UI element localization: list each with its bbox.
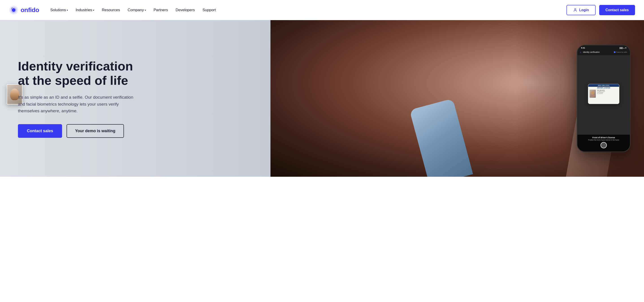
svg-point-4 [12, 8, 12, 9]
contact-sales-hero-label: Contact sales [27, 129, 53, 133]
nav-link-partners[interactable]: Partners [150, 6, 171, 14]
id-card-face-svg [590, 91, 595, 97]
nav-item-industries[interactable]: Industries ▾ [72, 6, 97, 14]
id-card-preview: NEW YORK STATE DRIVER LICENSE [588, 84, 619, 104]
id-card-header: NEW YORK STATE [588, 84, 619, 87]
navbar: onfido Solutions ▾ Industries ▾ Resource… [0, 0, 644, 20]
phone-time: 9:41 [581, 47, 585, 49]
nav-solutions-label: Solutions [50, 8, 66, 12]
nav-support-label: Support [202, 8, 216, 12]
nav-link-support[interactable]: Support [199, 6, 219, 14]
wifi-icon: ▲ [623, 47, 625, 49]
nav-right: Login Contact sales [566, 5, 635, 15]
hero-content: Identity verification at the speed of li… [0, 41, 152, 156]
hero-buttons: Contact sales Your demo is waiting [18, 124, 134, 138]
nav-industries-label: Industries [76, 8, 92, 12]
phone-header-title: Identity verification [583, 51, 600, 53]
logo[interactable]: onfido [9, 5, 39, 15]
demo-button[interactable]: Your demo is waiting [66, 124, 124, 138]
phone-capture-button[interactable] [600, 142, 607, 148]
phone-back-button[interactable]: ‹ [580, 50, 581, 54]
nav-left: onfido Solutions ▾ Industries ▾ Resource… [9, 5, 219, 15]
id-card-name: DOE JANE SMITH [597, 90, 618, 91]
user-icon [573, 8, 577, 12]
svg-point-7 [591, 91, 594, 95]
chevron-down-icon: ▾ [145, 9, 146, 11]
nav-resources-label: Resources [102, 8, 120, 12]
hero-title-line1: Identity verification [18, 59, 133, 73]
nav-link-company[interactable]: Company ▾ [124, 6, 149, 14]
id-card-photo [590, 90, 596, 98]
phone-onfido-logo [614, 51, 616, 53]
login-button[interactable]: Login [566, 5, 596, 15]
hero-section: 9:41 ▐▐▐ ▲ ▮ ‹ Identity verification Pow… [0, 20, 644, 177]
phone-header: ‹ Identity verification Powered by onfid… [578, 49, 630, 55]
login-label: Login [579, 8, 589, 12]
phone-onfido-badge: Powered by onfido [614, 51, 627, 53]
hero-title: Identity verification at the speed of li… [18, 59, 134, 88]
nav-item-partners[interactable]: Partners [150, 6, 171, 14]
nav-link-solutions[interactable]: Solutions ▾ [47, 6, 71, 14]
id-state-header: NEW YORK STATE [598, 85, 609, 86]
contact-sales-hero-button[interactable]: Contact sales [18, 124, 62, 138]
nav-partners-label: Partners [154, 8, 168, 12]
nav-developers-label: Developers [176, 8, 195, 12]
nav-item-developers[interactable]: Developers [172, 6, 198, 14]
logo-text: onfido [20, 6, 39, 14]
phone-status-icons: ▐▐▐ ▲ ▮ [619, 47, 626, 49]
phone-document-type: Front of driver's license [580, 137, 628, 139]
svg-point-5 [574, 8, 576, 10]
battery-icon: ▮ [626, 47, 626, 49]
chevron-down-icon: ▾ [93, 9, 94, 11]
demo-button-label: Your demo is waiting [75, 129, 116, 133]
onfido-logo-icon [9, 5, 18, 15]
phone-bottom-label: Front of driver's license Position the f… [578, 135, 630, 151]
svg-point-8 [590, 94, 595, 97]
nav-link-industries[interactable]: Industries ▾ [72, 6, 97, 14]
signal-icon: ▐▐▐ [619, 47, 622, 49]
phone-status-bar: 9:41 ▐▐▐ ▲ ▮ [578, 45, 630, 49]
nav-links: Solutions ▾ Industries ▾ Resources Compa… [47, 6, 219, 14]
contact-sales-nav-button[interactable]: Contact sales [599, 5, 635, 15]
svg-point-6 [614, 51, 616, 53]
contact-sales-nav-label: Contact sales [606, 8, 629, 12]
nav-company-label: Company [128, 8, 144, 12]
phone-instruction-text: Position the front of your license in th… [580, 139, 628, 141]
id-card-exp: Exp: 01/01/2022 [597, 93, 618, 94]
id-card-type: DRIVER LICENSE [588, 87, 619, 89]
phone-powered-by-text: Powered by onfido [616, 51, 627, 53]
nav-item-resources[interactable]: Resources [98, 6, 123, 14]
phone-camera-area: NEW YORK STATE DRIVER LICENSE [578, 55, 630, 135]
nav-link-developers[interactable]: Developers [172, 6, 198, 14]
phone-screen: 9:41 ▐▐▐ ▲ ▮ ‹ Identity verification Pow… [578, 45, 630, 151]
id-card-info: DOE JANE SMITH 123 SAMPLE STREET DOB: 01… [597, 90, 618, 98]
nav-item-support[interactable]: Support [199, 6, 219, 14]
nav-item-company[interactable]: Company ▾ [124, 6, 149, 14]
phone-mockup: 9:41 ▐▐▐ ▲ ▮ ‹ Identity verification Pow… [577, 45, 630, 152]
nav-item-solutions[interactable]: Solutions ▾ [47, 6, 71, 14]
hero-title-line2: at the speed of life [18, 73, 128, 87]
hero-description: It's as simple as an ID and a selfie. Ou… [18, 94, 134, 114]
id-card-body: DOE JANE SMITH 123 SAMPLE STREET DOB: 01… [588, 89, 619, 99]
nav-link-resources[interactable]: Resources [98, 6, 123, 14]
chevron-down-icon: ▾ [67, 9, 68, 11]
